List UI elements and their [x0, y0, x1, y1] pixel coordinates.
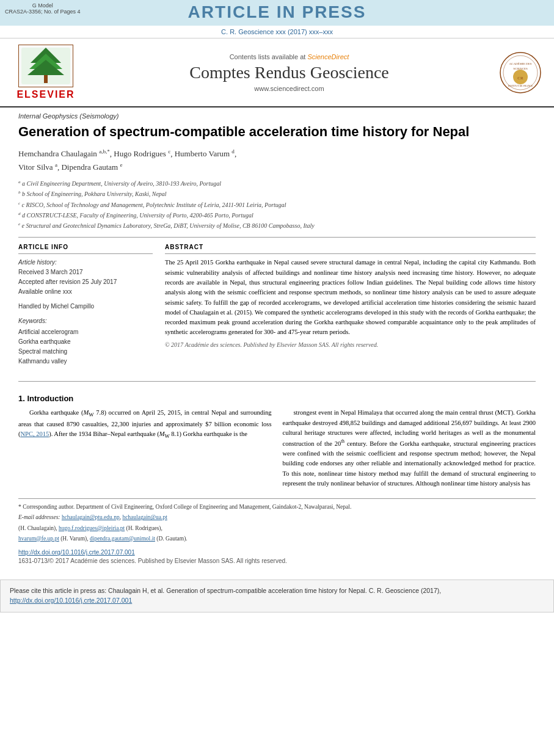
- affil-c: c c RISCO, School of Technology and Mana…: [18, 200, 536, 210]
- journal-name: Comptes Rendus Geoscience: [82, 63, 496, 82]
- author-dipendra: Dipendra Gautam e: [61, 162, 122, 172]
- author-hugo: Hugo Rodrigues c: [114, 149, 170, 158]
- journal-header: ELSEVIER Contents lists available at Sci…: [0, 38, 554, 107]
- received-date: Received 3 March 2017: [18, 267, 153, 277]
- article-in-press-title: ARTICLE IN PRESS: [188, 2, 366, 21]
- author-vitor: Vitor Silva a: [18, 162, 57, 172]
- abstract-divider: [165, 253, 536, 254]
- email-link-1[interactable]: hchaulagain@ptu.edu.np: [62, 514, 120, 520]
- bottom-copyright: 1631-0713/© 2017 Académie des sciences. …: [18, 558, 536, 564]
- body-divider: [18, 381, 536, 382]
- abstract-col: ABSTRACT The 25 April 2015 Gorkha earthq…: [165, 244, 536, 371]
- doi-link[interactable]: http://dx.doi.org/10.1016/j.crte.2017.07…: [18, 549, 135, 556]
- available-online: Available online xxx: [18, 287, 153, 297]
- journal-seal-icon: ACADÉMIE DES SCIENCES CR INSTITUT DE FRA…: [499, 51, 542, 94]
- article-title: Generation of spectrum-compatible accele…: [18, 123, 536, 141]
- article-info-content: Article history: Received 3 March 2017 A…: [18, 258, 153, 366]
- email-link-2[interactable]: hchaulagain@ua.pt: [122, 514, 167, 520]
- keyword-3: Spectral matching: [18, 347, 153, 357]
- elsevier-label: ELSEVIER: [16, 89, 75, 100]
- affil-a: a a Civil Engineering Department, Univer…: [18, 179, 536, 189]
- keywords-label: Keywords:: [18, 316, 153, 326]
- affil-d: d d CONSTRUCT-LESE, Faculty of Engineeri…: [18, 211, 536, 220]
- article-info-title: ARTICLE INFO: [18, 244, 153, 250]
- citation-box: Please cite this article in press as: Ch…: [0, 580, 554, 612]
- handled-section: Handled by Michel Campillo: [18, 302, 153, 311]
- doi-line: http://dx.doi.org/10.1016/j.crte.2017.07…: [18, 549, 536, 556]
- svg-text:CR: CR: [517, 76, 523, 81]
- article-info-col: ARTICLE INFO Article history: Received 3…: [18, 244, 153, 371]
- email-note-1: (H. Chaulagain), hugo.f.rodrigues@ipleir…: [18, 524, 536, 532]
- keyword-2: Gorkha earthquake: [18, 337, 153, 347]
- handled-by: Handled by Michel Campillo: [18, 302, 153, 311]
- journal-center: Contents lists available at ScienceDirec…: [82, 53, 496, 92]
- email-note-2: hvarum@fe.up.pt (H. Varum), dipendra.gau…: [18, 534, 536, 543]
- email-link-hugo[interactable]: hugo.f.rodrigues@ipleiria.pt: [59, 525, 125, 531]
- abstract-text: The 25 April 2015 Gorkha earthquake in N…: [165, 258, 536, 337]
- author-hemchandra: Hemchandra Chaulagain a,b,*: [18, 149, 110, 158]
- svg-text:ACADÉMIE DES: ACADÉMIE DES: [509, 62, 531, 65]
- corresponding-author-note: * Corresponding author. Department of Ci…: [18, 503, 536, 511]
- intro-heading: 1. Introduction: [18, 394, 536, 403]
- email-link-hvarum[interactable]: hvarum@fe.up.pt: [18, 536, 59, 542]
- article-body: Internal Geophysics (Seismology) Generat…: [0, 107, 554, 570]
- intro-left-para: Gorkha earthquake (MW 7.8) occurred on A…: [18, 408, 272, 441]
- authors-line: Hemchandra Chaulagain a,b,*, Hugo Rodrig…: [18, 147, 536, 174]
- aip-banner: G Model CRAS2A-3356; No. of Pages 4 ARTI…: [0, 0, 554, 26]
- history-section: Article history: Received 3 March 2017 A…: [18, 258, 153, 297]
- intro-right-para: strongest event in Nepal Himalaya that o…: [283, 408, 536, 489]
- svg-text:INSTITUT DE FRANCE: INSTITUT DE FRANCE: [508, 84, 533, 87]
- g-model-text: G Model CRAS2A-3356; No. of Pages 4: [5, 2, 81, 15]
- affil-e: e e Structural and Geotechnical Dynamics…: [18, 221, 536, 231]
- article-info-divider: [18, 253, 153, 254]
- affiliations: a a Civil Engineering Department, Univer…: [18, 179, 536, 231]
- email-line: E-mail addresses: hchaulagain@ptu.edu.np…: [18, 513, 536, 522]
- keyword-4: Kathmandu valley: [18, 357, 153, 366]
- email-link-dipendra[interactable]: dipendra.gautam@unimol.it: [90, 536, 155, 542]
- history-label: Article history:: [18, 258, 153, 267]
- journal-ref-text: C. R. Geoscience xxx (2017) xxx–xxx: [221, 28, 333, 35]
- abstract-copyright: © 2017 Académie des sciences. Published …: [165, 341, 536, 348]
- page: G Model CRAS2A-3356; No. of Pages 4 ARTI…: [0, 0, 554, 756]
- sciencedirect-link[interactable]: ScienceDirect: [307, 53, 349, 60]
- header-divider: [18, 237, 536, 238]
- citation-doi-link[interactable]: http://dx.doi.org/10.1016/j.crte.2017.07…: [10, 597, 132, 604]
- npc-link[interactable]: NPC, 2015: [21, 431, 49, 437]
- info-abstract-section: ARTICLE INFO Article history: Received 3…: [18, 244, 536, 371]
- journal-url: www.sciencedirect.com: [82, 85, 496, 92]
- section-label: Internal Geophysics (Seismology): [18, 112, 536, 120]
- keyword-1: Artificial accelerogram: [18, 327, 153, 337]
- elsevier-logo: ELSEVIER: [9, 45, 82, 100]
- footnote-area: * Corresponding author. Department of Ci…: [18, 498, 536, 543]
- intro-left-col: Gorkha earthquake (MW 7.8) occurred on A…: [18, 408, 272, 492]
- intro-right-col: strongest event in Nepal Himalaya that o…: [283, 408, 536, 492]
- elsevier-tree-icon: [18, 45, 73, 87]
- journal-seal: ACADÉMIE DES SCIENCES CR INSTITUT DE FRA…: [496, 51, 545, 94]
- intro-section: 1. Introduction Gorkha earthquake (MW 7.…: [18, 394, 536, 492]
- abstract-title: ABSTRACT: [165, 244, 536, 250]
- author-humberto: Humberto Varum d: [175, 149, 235, 158]
- keywords-section: Keywords: Artificial accelerogram Gorkha…: [18, 316, 153, 366]
- journal-reference-line: C. R. Geoscience xxx (2017) xxx–xxx: [0, 26, 554, 38]
- accepted-date: Accepted after revision 25 July 2017: [18, 277, 153, 287]
- contents-line: Contents lists available at ScienceDirec…: [82, 53, 496, 60]
- intro-body: Gorkha earthquake (MW 7.8) occurred on A…: [18, 408, 536, 492]
- affil-b: b b School of Engineering, Pokhara Unive…: [18, 189, 536, 199]
